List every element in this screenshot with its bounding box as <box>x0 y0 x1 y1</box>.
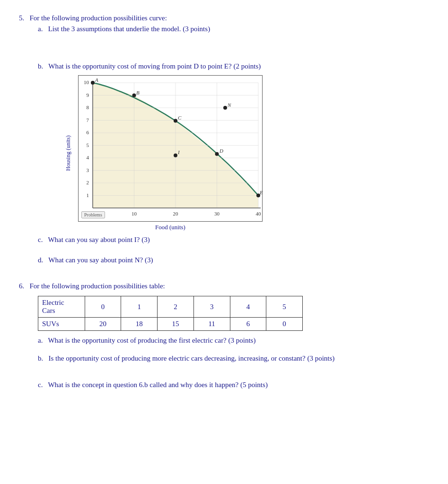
table-row-suvs: SUVs 20 18 15 11 6 0 <box>38 318 303 331</box>
table-cell-suv-label: SUVs <box>38 318 85 331</box>
point-A <box>91 81 95 85</box>
table-cell-ec-4: 4 <box>230 296 266 318</box>
svg-text:D: D <box>219 148 223 154</box>
svg-text:1: 1 <box>87 192 89 198</box>
svg-text:2: 2 <box>87 180 89 185</box>
table-row-electric-cars: ElectricCars 0 1 2 3 4 5 <box>38 296 303 318</box>
q6-header: 6. For the following production possibil… <box>19 282 429 290</box>
x-axis-label: Food (units) <box>78 224 263 231</box>
q6a-text: What is the opportunity cost of producin… <box>48 337 255 344</box>
q6b-label: b. <box>38 354 43 362</box>
table-cell-suv-1: 18 <box>121 318 158 331</box>
q6c-text: What is the concept in question 6.b call… <box>48 381 267 389</box>
svg-text:30: 30 <box>214 211 220 216</box>
q5c-label: c. <box>38 236 43 243</box>
svg-text:5: 5 <box>87 142 89 148</box>
svg-text:40: 40 <box>256 211 262 216</box>
q5a-text: List the 3 assumptions that underlie the… <box>48 25 210 33</box>
svg-text:3: 3 <box>87 167 89 173</box>
q6-text: For the following production possibiliti… <box>30 282 165 290</box>
svg-text:8: 8 <box>87 104 89 110</box>
problems-button[interactable]: Problems <box>81 211 105 218</box>
svg-text:9: 9 <box>87 92 89 98</box>
ppc-chart: 1 2 3 4 5 6 7 8 9 10 10 20 30 40 <box>78 75 263 222</box>
table-cell-ec-5: 5 <box>266 296 303 318</box>
q5-part-d: d. What can you say about point N? (3) <box>38 256 429 264</box>
point-N <box>223 106 227 110</box>
svg-text:N: N <box>227 102 231 108</box>
table-cell-ec-0: 0 <box>85 296 121 318</box>
q5d-label: d. <box>38 256 43 264</box>
point-D <box>215 152 219 156</box>
q5-header: 5. For the following production possibil… <box>19 14 429 22</box>
svg-text:10: 10 <box>84 79 89 85</box>
table-cell-suv-3: 11 <box>193 318 230 331</box>
svg-text:C: C <box>178 115 182 121</box>
table-cell-ec-2: 2 <box>158 296 194 318</box>
point-C <box>174 119 177 122</box>
svg-text:E: E <box>259 190 263 195</box>
table-cell-suv-2: 15 <box>158 318 194 331</box>
q6-part-b: b. Is the opportunity cost of producing … <box>38 353 360 364</box>
q5d-text: What can you say about point N? (3) <box>48 256 153 264</box>
table-cell-ec-label: ElectricCars <box>38 296 85 318</box>
svg-text:20: 20 <box>173 211 179 216</box>
y-axis-label: Housing (units) <box>65 136 72 171</box>
table-cell-ec-3: 3 <box>193 296 230 318</box>
table-cell-suv-5: 0 <box>266 318 303 331</box>
q5b-text: What is the opportunity cost of moving f… <box>48 62 261 70</box>
svg-text:B: B <box>136 90 140 95</box>
ppc-chart-area: Housing (units) <box>47 75 429 231</box>
q5-text: For the following production possibiliti… <box>30 14 167 22</box>
q5-part-c: c. What can you say about point I? (3) <box>38 236 429 244</box>
q6-number: 6. <box>19 282 24 290</box>
table-cell-suv-0: 20 <box>85 318 121 331</box>
q6-part-a: a. What is the opportunity cost of produ… <box>38 337 429 345</box>
point-B <box>132 94 136 97</box>
chart-svg: 1 2 3 4 5 6 7 8 9 10 10 20 30 40 <box>79 76 263 222</box>
q5-part-a: a. List the 3 assumptions that underlie … <box>38 25 429 33</box>
q5c-text: What can you say about point I? (3) <box>48 236 149 243</box>
point-I <box>174 154 177 157</box>
q5b-label: b. <box>38 62 43 70</box>
svg-text:4: 4 <box>87 155 89 160</box>
svg-text:10: 10 <box>132 211 137 216</box>
question-6: 6. For the following production possibil… <box>19 282 429 389</box>
svg-text:7: 7 <box>87 117 89 123</box>
table-cell-ec-1: 1 <box>121 296 158 318</box>
svg-text:6: 6 <box>87 130 89 135</box>
q6a-label: a. <box>38 337 43 344</box>
q6-part-c: c. What is the concept in question 6.b c… <box>38 381 429 389</box>
q5-number: 5. <box>19 14 24 22</box>
svg-text:A: A <box>95 77 98 83</box>
table-cell-suv-4: 6 <box>230 318 266 331</box>
q6c-label: c. <box>38 381 43 389</box>
q5a-label: a. <box>38 25 43 33</box>
question-5: 5. For the following production possibil… <box>19 14 429 264</box>
q6b-text: Is the opportunity cost of producing mor… <box>49 354 335 362</box>
q5-part-b: b. What is the opportunity cost of movin… <box>38 62 429 70</box>
ppt-table: ElectricCars 0 1 2 3 4 5 SUVs 20 18 15 1… <box>38 296 303 331</box>
